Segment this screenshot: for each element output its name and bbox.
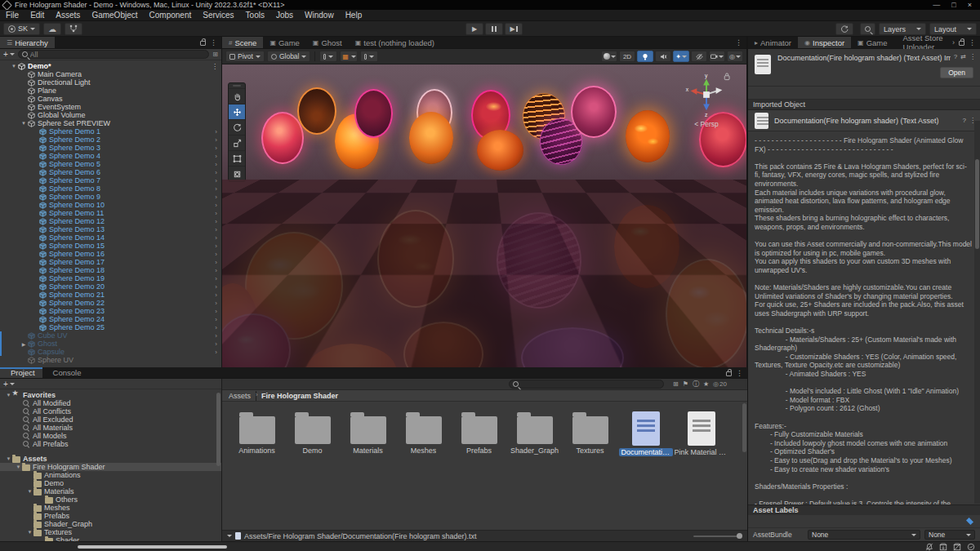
hierarchy-item[interactable]: EventSystem (0, 103, 221, 111)
prefab-chevron-icon[interactable]: › (215, 169, 217, 176)
sphere-object[interactable] (261, 112, 304, 164)
hierarchy-item[interactable]: Capsule › (0, 348, 221, 356)
expander-icon[interactable]: ▼ (15, 464, 22, 469)
prefab-chevron-icon[interactable]: › (215, 202, 217, 209)
assetbundle-variant-dropdown[interactable]: None (924, 530, 975, 540)
global-dropdown[interactable]: Global (267, 51, 311, 62)
grid-scrollbar-thumb[interactable] (742, 403, 746, 452)
panel-menu-icon[interactable]: ⋮ (969, 38, 976, 47)
project-tree-item[interactable]: All Materials (0, 424, 221, 432)
horizontal-scrollbar-thumb[interactable] (78, 545, 227, 549)
project-tab[interactable]: Console (42, 367, 89, 378)
2d-toggle[interactable]: 2D (619, 51, 635, 62)
prefab-chevron-icon[interactable]: › (215, 193, 217, 201)
hierarchy-item[interactable]: Directional Light (0, 78, 221, 87)
expander-icon[interactable]: ▼ (10, 64, 18, 69)
sphere-object[interactable] (666, 259, 746, 367)
rotate-tool[interactable] (229, 119, 245, 135)
assetbundle-dropdown[interactable]: None (808, 530, 920, 540)
asset-item[interactable]: Demo (286, 411, 339, 455)
next-icon[interactable]: › (952, 38, 955, 47)
orientation-gizmo[interactable]: y x z < Persp (678, 71, 735, 128)
collapse-icon[interactable] (227, 535, 232, 537)
undo-history-button[interactable] (835, 23, 853, 35)
hierarchy-item[interactable]: Sphere Demo 20 › (0, 282, 221, 291)
menu-item[interactable]: Component (144, 10, 198, 21)
hierarchy-item[interactable]: Sphere Demo 1 › (0, 127, 221, 136)
scene-view-tab[interactable]: ▣ Game (263, 37, 305, 48)
create-asset-button[interactable]: + (3, 380, 15, 389)
close-button[interactable]: × (968, 1, 972, 9)
scene-menu-icon[interactable]: ⋮ (212, 63, 218, 70)
snap-increment-dropdown[interactable]: ▦ (340, 51, 358, 62)
sphere-object[interactable] (297, 87, 336, 135)
hierarchy-item[interactable]: Sphere Demo 11 › (0, 209, 221, 217)
grid-visibility-dropdown[interactable] (319, 51, 337, 62)
free-axis-cone[interactable] (716, 87, 723, 94)
shading-mode-dropdown[interactable] (601, 51, 617, 62)
prefab-chevron-icon[interactable]: › (215, 218, 217, 225)
lock-icon[interactable] (959, 41, 964, 46)
expander-icon[interactable]: ▶ (20, 341, 28, 347)
inspector-tab[interactable]: ▸ Animator (748, 37, 798, 48)
asset-item[interactable]: Shader_Graph (508, 411, 561, 455)
expander-icon[interactable]: ▼ (26, 489, 33, 494)
rect-tool[interactable] (229, 150, 245, 166)
y-axis-cone[interactable] (703, 79, 710, 86)
panel-menu-icon[interactable]: ⋮ (735, 38, 742, 47)
lighting-toggle[interactable] (637, 51, 653, 62)
context-menu-icon[interactable]: ⋮ (969, 53, 976, 60)
effects-dropdown[interactable]: ✦ (673, 51, 689, 62)
hierarchy-item[interactable]: Sphere Demo 7 › (0, 176, 221, 184)
project-tree-item[interactable]: Demo (0, 479, 221, 487)
audio-toggle[interactable] (655, 51, 671, 62)
asset-item[interactable]: Pink Material Issue (675, 411, 728, 456)
tree-scrollbar-thumb[interactable] (216, 393, 220, 466)
all-clear-check-icon[interactable] (967, 543, 975, 551)
move-tool[interactable] (229, 104, 245, 119)
breadcrumb-current[interactable]: Fire Hologram Shader (261, 392, 338, 400)
prefab-chevron-icon[interactable]: › (215, 324, 217, 331)
search-preset-icon[interactable]: ⊞ (212, 51, 218, 58)
hierarchy-item[interactable]: Sphere Demo 2 › (0, 136, 221, 144)
hierarchy-item[interactable]: Sphere Demo 16 › (0, 250, 221, 258)
prefab-chevron-icon[interactable]: › (215, 177, 217, 184)
hierarchy-item[interactable]: Main Camera (0, 70, 221, 78)
tool-settings-dropdown[interactable] (360, 51, 378, 62)
package-import-icon[interactable] (939, 543, 947, 551)
project-tree-item[interactable]: All Conflicts (0, 407, 221, 415)
hierarchy-item[interactable]: Sphere Demo 22 › (0, 299, 221, 307)
hierarchy-item[interactable]: ▼ Demo* (0, 62, 221, 70)
project-tree-item[interactable]: Animations (0, 471, 221, 479)
expander-icon[interactable]: ▼ (5, 393, 12, 398)
project-tree-item[interactable]: ▼ Materials (0, 487, 221, 495)
hierarchy-item[interactable]: Plane (0, 87, 221, 95)
hierarchy-item[interactable]: Canvas (0, 95, 221, 103)
project-tab[interactable]: Project (0, 367, 42, 378)
prefab-chevron-icon[interactable]: › (215, 185, 217, 193)
menu-item[interactable]: Tools (240, 10, 270, 21)
asset-item[interactable]: Textures (564, 411, 617, 455)
prefab-chevron-icon[interactable]: › (215, 161, 217, 168)
help-icon[interactable]: ? (963, 117, 966, 124)
project-tree-item[interactable]: Others (0, 495, 221, 504)
prefab-chevron-icon[interactable]: › (215, 283, 217, 291)
hierarchy-item[interactable]: Sphere Demo 13 › (0, 225, 221, 233)
prefab-chevron-icon[interactable]: › (215, 242, 217, 250)
gizmo-center-cube[interactable] (703, 91, 710, 98)
breadcrumb-root[interactable]: Assets (229, 392, 251, 400)
help-icon[interactable]: ? (954, 53, 957, 60)
lock-icon[interactable] (200, 41, 206, 46)
scene-visibility-toggle[interactable] (691, 51, 707, 62)
account-dropdown[interactable]: SK (3, 23, 40, 35)
prefab-chevron-icon[interactable]: › (215, 234, 217, 242)
hierarchy-item[interactable]: Sphere Demo 8 › (0, 184, 221, 193)
project-tree-item[interactable]: Shader_Graph (0, 520, 221, 528)
scene-viewport[interactable]: y x z < Persp (222, 64, 746, 367)
menu-item[interactable]: Services (197, 10, 239, 21)
prefab-chevron-icon[interactable]: › (215, 128, 217, 136)
project-tree-item[interactable] (0, 448, 221, 455)
sphere-object[interactable] (571, 86, 617, 138)
global-search-button[interactable] (860, 23, 875, 35)
prefab-chevron-icon[interactable]: › (215, 291, 217, 299)
